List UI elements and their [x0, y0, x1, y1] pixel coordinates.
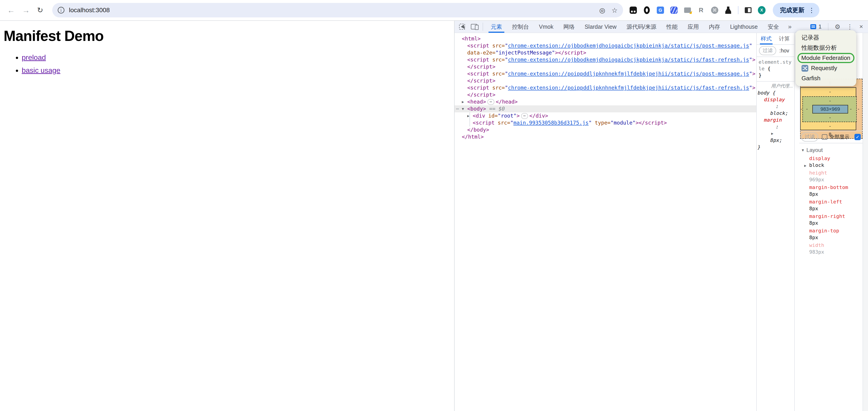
dropdown-item-记录器[interactable]: 记录器 [796, 33, 856, 43]
layout-section-header[interactable]: ▼Layout [801, 147, 823, 153]
translate-extension-icon[interactable]: G [656, 6, 664, 14]
dom-tree-row[interactable]: </script> [455, 91, 756, 98]
computed-property[interactable]: height969px [799, 169, 863, 183]
computed-property[interactable]: margin-right8px [799, 213, 863, 226]
show-all-checkbox[interactable] [822, 134, 827, 140]
dropdown-item-label: Requestly [811, 65, 837, 72]
dom-tree-row[interactable]: </script> [455, 77, 756, 84]
dom-tree-row[interactable]: </body> [455, 126, 756, 133]
computed-property[interactable]: margin-top8px [799, 227, 863, 241]
command-extension-icon[interactable]: ⌘ [711, 6, 718, 14]
collapsed-content-icon[interactable]: ⋯ [521, 113, 528, 119]
row-ellipsis-gutter[interactable]: ⋯ [456, 105, 459, 113]
url-text[interactable]: localhost:3008 [69, 6, 593, 14]
dom-tree-row[interactable]: </html> [455, 133, 756, 140]
devtools-tab-应用[interactable]: 应用 [683, 21, 704, 33]
expander-closed-icon[interactable]: ▶ [804, 162, 806, 169]
dom-tree-row[interactable]: <html> [455, 35, 756, 42]
devtools-tab-Vmok[interactable]: Vmok [534, 21, 558, 33]
oval-extension-icon[interactable] [643, 6, 651, 14]
update-chrome-label: 完成更新 [780, 6, 804, 14]
reload-icon[interactable]: ↻ [37, 6, 43, 14]
style-rule-line: body { [757, 90, 794, 96]
browser-menu-icon[interactable]: ⋮ [808, 6, 815, 14]
resource-link[interactable]: chrome-extension://poippddljpknhnekfmjlf… [508, 71, 749, 76]
checked-checkbox[interactable]: ✓ [855, 134, 861, 140]
side-panel-icon[interactable] [744, 6, 752, 14]
dropdown-item-性能数据分析[interactable]: 性能数据分析 [796, 43, 856, 53]
site-info-icon[interactable]: i [58, 7, 64, 13]
resource-link[interactable]: chrome-extension://ojbbodkemjdhoiogaicbc… [508, 43, 749, 49]
bookmark-star-icon[interactable]: ☆ [612, 6, 618, 14]
flask-extension-icon[interactable] [724, 6, 732, 14]
dom-tree-row[interactable]: ▶<head>⋯</head> [455, 98, 756, 105]
element-style-rule[interactable]: element.style {} [757, 57, 794, 82]
computed-filter-input[interactable]: 过滤 [801, 132, 818, 141]
dom-tree-row[interactable]: </script> [455, 63, 756, 70]
box-model-content[interactable]: 983×969 [812, 105, 848, 114]
toolbar-divider [738, 6, 738, 14]
devtools-tab-控制台[interactable]: 控制台 [507, 21, 534, 33]
dom-tree-row[interactable]: data-e2e="injectPostMessage"></script> [455, 49, 756, 56]
resource-link[interactable]: main.99353058b36d3175.js [514, 120, 588, 126]
code-token: src= [489, 43, 505, 49]
printer-extension-icon[interactable] [684, 6, 691, 14]
profile-avatar[interactable]: X [758, 6, 766, 14]
computed-property[interactable]: margin-left8px [799, 198, 863, 212]
dom-tree-row[interactable]: ⋯▼<body> == $0 [455, 105, 756, 113]
page-link-preload[interactable]: preload [22, 53, 46, 62]
issues-counter[interactable]: 1 [810, 24, 822, 30]
forward-icon[interactable]: → [22, 6, 30, 15]
expander-closed-icon[interactable]: ▶ [467, 113, 473, 119]
sidebar-tab-样式[interactable]: 样式 [761, 33, 772, 44]
preview-icon[interactable]: ◎ [599, 6, 605, 14]
settings-gear-icon[interactable]: ⚙ [835, 23, 840, 31]
dom-tree-row[interactable]: <script src="chrome-extension://ojbbodke… [455, 56, 756, 63]
expander-closed-icon[interactable]: ▶ [462, 98, 467, 105]
devtools-tab-Lighthouse[interactable]: Lighthouse [725, 21, 763, 33]
devtools-menu-icon[interactable]: ⋮ [847, 23, 853, 31]
dropdown-item-Requestly[interactable]: Requestly [796, 63, 856, 73]
dom-tree-row[interactable]: <script src="main.99353058b36d3175.js" t… [455, 119, 756, 126]
box-model-diagram[interactable]: 983×969 8 - - - - 8 - - - - [799, 79, 863, 139]
expander-open-icon[interactable]: ▼ [462, 105, 467, 113]
dom-tree-row[interactable]: <script src="chrome-extension://ojbbodke… [455, 42, 756, 49]
dropdown-item-Module-Federation[interactable]: Module Federation [798, 53, 855, 63]
devtools-tab-源代码/来源[interactable]: 源代码/来源 [621, 21, 661, 33]
r-extension-icon[interactable]: R [697, 6, 705, 14]
scrollbar[interactable] [863, 33, 868, 411]
resource-link[interactable]: chrome-extension://poippddljpknhnekfmjlf… [508, 85, 749, 91]
collapsed-content-icon[interactable]: ⋯ [487, 99, 494, 105]
code-token: type= [592, 120, 611, 126]
sidebar-tab-计算[interactable]: 计算 [779, 33, 790, 44]
more-tabs-icon[interactable]: » [784, 23, 796, 30]
striped-extension-icon[interactable] [670, 6, 678, 14]
hov-toggle[interactable]: :hov [779, 48, 789, 54]
dom-tree-row[interactable]: <script src="chrome-extension://poippddl… [455, 70, 756, 77]
computed-property[interactable]: margin-bottom8px [799, 184, 863, 198]
dots-extension-icon[interactable] [629, 6, 637, 14]
devtools-tabs: 元素控制台Vmok网络Slardar View源代码/来源性能应用内存Light… [486, 21, 784, 33]
devtools-tab-元素[interactable]: 元素 [486, 21, 507, 33]
dom-tree-row[interactable]: <script src="chrome-extension://poippddl… [455, 84, 756, 91]
back-icon[interactable]: ← [7, 6, 15, 15]
computed-property-name: margin-top [799, 227, 863, 234]
page-link-basic-usage[interactable]: basic usage [22, 66, 60, 74]
resource-link[interactable]: chrome-extension://ojbbodkemjdhoiogaicbc… [508, 57, 749, 63]
dropdown-item-Garfish[interactable]: Garfish [796, 73, 856, 84]
device-toolbar-icon[interactable] [471, 24, 477, 29]
update-chrome-button[interactable]: 完成更新 ⋮ [773, 3, 819, 18]
close-devtools-icon[interactable]: × [859, 23, 863, 30]
devtools-tab-网络[interactable]: 网络 [558, 21, 580, 33]
url-bar[interactable]: i localhost:3008 ◎ ☆ [52, 3, 623, 18]
dom-tree-row[interactable]: ▶<div id="root">⋯</div> [455, 113, 756, 119]
body-style-rule[interactable]: body {display:block;margin:▶8px;} [757, 89, 794, 152]
styles-filter-input[interactable]: 过滤 [759, 46, 776, 55]
devtools-tab-Slardar View[interactable]: Slardar View [580, 21, 621, 33]
devtools-tab-内存[interactable]: 内存 [704, 21, 725, 33]
computed-property[interactable]: displayblock▶ [799, 155, 863, 169]
computed-property[interactable]: width983px [799, 242, 863, 255]
devtools-tab-安全[interactable]: 安全 [763, 21, 784, 33]
devtools-tab-性能[interactable]: 性能 [661, 21, 683, 33]
inspect-element-icon[interactable] [459, 24, 465, 30]
